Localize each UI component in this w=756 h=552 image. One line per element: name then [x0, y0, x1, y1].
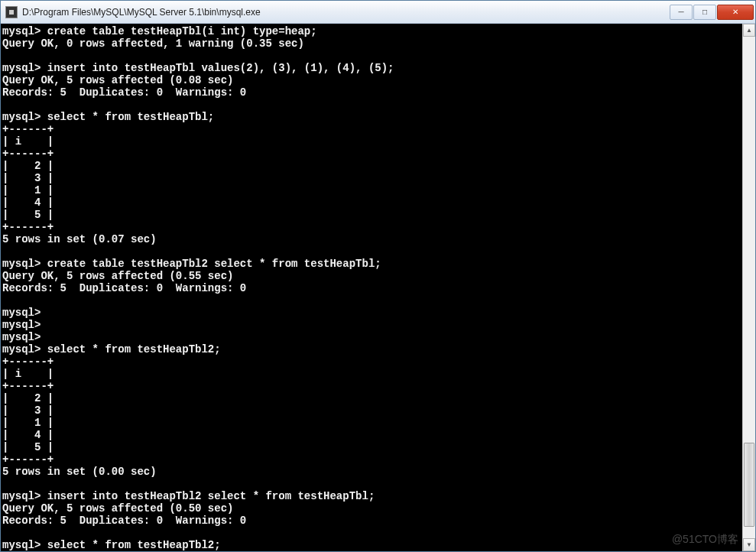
scroll-up-button[interactable]: ▲: [743, 24, 755, 37]
close-button[interactable]: ✕: [717, 5, 754, 20]
minimize-button[interactable]: ─: [670, 5, 693, 20]
window-controls: ─ □ ✕: [669, 5, 754, 20]
scroll-down-button[interactable]: ▼: [743, 538, 755, 551]
maximize-button[interactable]: □: [693, 5, 716, 20]
app-icon: [5, 6, 18, 18]
console-area: mysql> create table testHeapTbl(i int) t…: [1, 24, 755, 551]
window-title: D:\Program Files\MySQL\MySQL Server 5.1\…: [22, 7, 669, 18]
vertical-scrollbar[interactable]: ▲ ▼: [742, 24, 755, 551]
watermark-text: @51CTO博客: [672, 533, 738, 547]
terminal-output[interactable]: mysql> create table testHeapTbl(i int) t…: [1, 24, 742, 551]
scrollbar-thumb[interactable]: [744, 443, 754, 527]
window-titlebar: D:\Program Files\MySQL\MySQL Server 5.1\…: [1, 1, 755, 24]
